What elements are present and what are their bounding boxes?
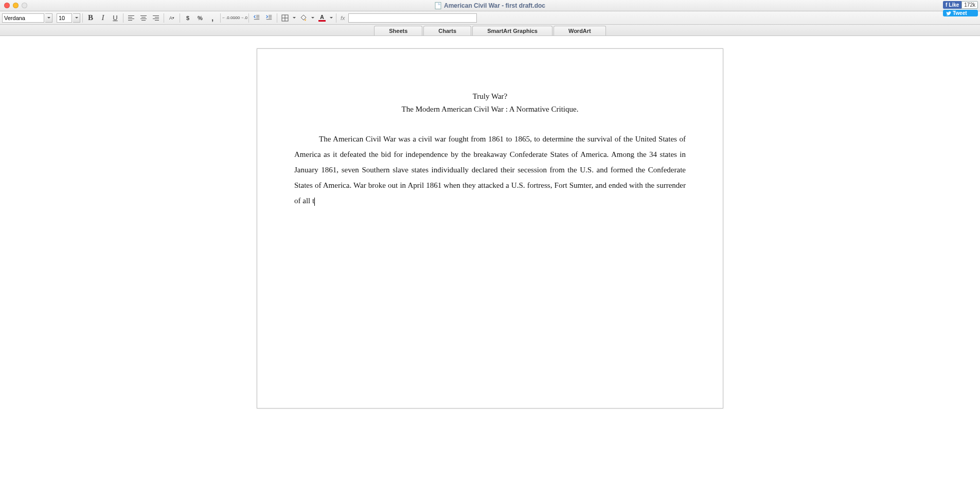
titlebar: American Civil War - first draft.doc f L… (0, 0, 980, 11)
font-color-dropdown[interactable] (329, 13, 334, 23)
facebook-like-count: 172k (961, 1, 978, 9)
font-family-select[interactable]: Verdana (2, 13, 44, 23)
facebook-like-button[interactable]: f Like (943, 1, 961, 9)
ribbon-tabs: Sheets Charts SmartArt Graphics WordArt (0, 25, 980, 36)
comma-button[interactable]: , (207, 13, 218, 23)
font-size-reduce-button[interactable]: A▾ (166, 13, 177, 23)
document-subtitle: The Modern American Civil War : A Normat… (294, 105, 686, 114)
italic-button[interactable]: I (97, 13, 109, 23)
borders-button[interactable] (279, 13, 291, 23)
tweet-label: Tweet (953, 10, 967, 16)
formatting-toolbar: Verdana 10 B I U A▾ $ % , ←.0.00 .00→.0 … (0, 11, 980, 25)
document-icon (435, 2, 441, 9)
facebook-like-label: Like (949, 2, 959, 8)
borders-dropdown[interactable] (292, 13, 297, 23)
tab-charts[interactable]: Charts (423, 26, 471, 36)
formula-input[interactable] (348, 13, 477, 23)
percent-button[interactable]: % (194, 13, 206, 23)
close-button[interactable] (4, 3, 10, 8)
social-buttons: f Like 172k Tweet (943, 1, 978, 16)
align-right-button[interactable] (150, 13, 162, 23)
facebook-icon: f (946, 2, 947, 8)
increase-decimal-button[interactable]: ←.0.00 (223, 13, 234, 23)
font-size-dropdown[interactable] (73, 13, 80, 23)
underline-button[interactable]: U (110, 13, 121, 23)
font-family-dropdown[interactable] (45, 13, 52, 23)
minimize-button[interactable] (13, 3, 19, 8)
font-color-button[interactable]: A (316, 13, 328, 23)
window-title-text: American Civil War - first draft.doc (444, 2, 545, 9)
increase-indent-button[interactable] (263, 13, 275, 23)
document-title: Truly War? (294, 92, 686, 101)
twitter-icon (946, 11, 951, 16)
tab-wordart[interactable]: WordArt (554, 26, 606, 36)
currency-button[interactable]: $ (182, 13, 193, 23)
align-center-button[interactable] (138, 13, 149, 23)
zoom-button[interactable] (22, 3, 27, 8)
text-cursor (314, 198, 315, 206)
tab-smartart[interactable]: SmartArt Graphics (472, 26, 553, 36)
document-workspace: Truly War? The Modern American Civil War… (0, 36, 980, 429)
decrease-decimal-button[interactable]: .00→.0 (235, 13, 246, 23)
document-body: The American Civil War was a civil war f… (294, 131, 686, 208)
fill-color-dropdown[interactable] (310, 13, 315, 23)
tab-sheets[interactable]: Sheets (374, 26, 422, 36)
bold-button[interactable]: B (85, 13, 96, 23)
fill-color-button[interactable] (298, 13, 309, 23)
tweet-button[interactable]: Tweet (943, 10, 978, 16)
font-size-select[interactable]: 10 (57, 13, 72, 23)
decrease-indent-button[interactable] (251, 13, 262, 23)
document-page[interactable]: Truly War? The Modern American Civil War… (257, 48, 723, 409)
window-controls (4, 3, 27, 8)
window-title: American Civil War - first draft.doc (435, 2, 545, 9)
align-left-button[interactable] (126, 13, 137, 23)
formula-label: fx (338, 15, 347, 21)
